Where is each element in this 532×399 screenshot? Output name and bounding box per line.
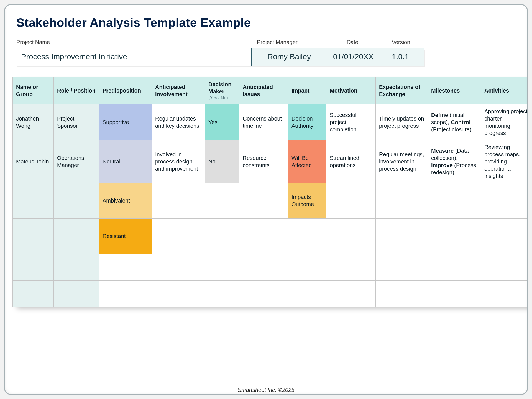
cell-milestones[interactable]: Measure (Data collection), Improve (Proc… xyxy=(428,140,481,183)
col-decision-maker: Decision Maker (Yes / No) xyxy=(205,77,239,104)
cell-milestones[interactable] xyxy=(428,254,481,280)
value-date[interactable]: 01/01/20XX xyxy=(327,48,377,66)
value-project-manager[interactable]: Romy Bailey xyxy=(252,48,327,66)
cell-activities[interactable] xyxy=(481,183,528,218)
cell-involvement[interactable] xyxy=(152,280,205,307)
cell-expectations[interactable] xyxy=(376,254,428,280)
cell-issues[interactable] xyxy=(239,254,288,280)
cell-issues[interactable]: Concerns about timeline xyxy=(239,104,288,140)
cell-role[interactable]: Project Sponsor xyxy=(54,104,99,140)
cell-motivation[interactable]: Successful project completion xyxy=(326,104,376,140)
page-title: Stakeholder Analysis Template Example xyxy=(16,16,527,30)
cell-expectations[interactable] xyxy=(376,183,428,218)
cell-role[interactable] xyxy=(54,218,99,254)
cell-role[interactable]: Operations Manager xyxy=(54,140,99,183)
cell-impact[interactable] xyxy=(288,280,326,307)
project-meta: Project Name Project Manager Date Versio… xyxy=(15,38,527,66)
cell-impact[interactable]: Will Be Affected xyxy=(288,140,326,183)
col-involvement: Anticipated Involvement xyxy=(152,77,205,104)
col-milestones: Milestones xyxy=(428,77,481,104)
cell-impact[interactable]: Impacts Outcome xyxy=(288,183,326,218)
cell-name[interactable]: Jonathon Wong xyxy=(13,104,54,140)
cell-issues[interactable] xyxy=(239,280,288,307)
cell-decision-maker[interactable]: No xyxy=(205,140,239,183)
cell-activities[interactable] xyxy=(481,218,528,254)
cell-expectations[interactable]: Timely updates on project progress xyxy=(376,104,428,140)
cell-involvement[interactable] xyxy=(152,183,205,218)
cell-decision-maker[interactable] xyxy=(205,280,239,307)
document-frame: Stakeholder Analysis Template Example Pr… xyxy=(4,4,528,395)
cell-issues[interactable] xyxy=(239,183,288,218)
cell-role[interactable] xyxy=(54,254,99,280)
col-issues: Anticipated Issues xyxy=(239,77,288,104)
cell-issues[interactable]: Resource constraints xyxy=(239,140,288,183)
footer-copyright: Smartsheet Inc. ©2025 xyxy=(5,387,527,393)
col-decision-maker-label: Decision Maker xyxy=(208,81,231,94)
cell-expectations[interactable] xyxy=(376,280,428,307)
cell-milestones[interactable] xyxy=(428,218,481,254)
value-version[interactable]: 1.0.1 xyxy=(377,48,424,66)
cell-milestones[interactable]: Define (Initial scope), Control (Project… xyxy=(428,104,481,140)
value-project-name[interactable]: Process Improvement Initiative xyxy=(15,48,252,66)
cell-role[interactable] xyxy=(54,280,99,307)
cell-motivation[interactable]: Streamlined operations xyxy=(326,140,376,183)
cell-predisposition[interactable] xyxy=(99,280,152,307)
cell-impact[interactable] xyxy=(288,254,326,280)
cell-impact[interactable] xyxy=(288,218,326,254)
table-row: AmbivalentImpacts Outcome xyxy=(13,183,528,218)
col-role: Role / Position xyxy=(54,77,99,104)
label-project-name: Project Name xyxy=(15,38,251,48)
cell-decision-maker[interactable] xyxy=(205,254,239,280)
cell-decision-maker[interactable]: Yes xyxy=(205,104,239,140)
col-impact: Impact xyxy=(288,77,326,104)
cell-expectations[interactable] xyxy=(376,218,428,254)
cell-expectations[interactable]: Regular meetings, involvement in process… xyxy=(376,140,428,183)
cell-name[interactable] xyxy=(13,183,54,218)
col-expectations: Expectations of Exchange xyxy=(376,77,428,104)
col-predisposition: Predisposition xyxy=(99,77,152,104)
col-activities: Activities xyxy=(481,77,528,104)
cell-involvement[interactable]: Involved in process design and improveme… xyxy=(152,140,205,183)
cell-motivation[interactable] xyxy=(326,183,376,218)
col-decision-maker-sub: (Yes / No) xyxy=(208,95,236,101)
stakeholder-table-wrapper: Name or Group Role / Position Predisposi… xyxy=(12,77,528,307)
cell-name[interactable] xyxy=(13,280,54,307)
stakeholder-table: Name or Group Role / Position Predisposi… xyxy=(12,77,528,307)
col-name: Name or Group xyxy=(13,77,54,104)
cell-activities[interactable] xyxy=(481,254,528,280)
cell-decision-maker[interactable] xyxy=(205,218,239,254)
table-row: Jonathon WongProject SponsorSupportiveRe… xyxy=(13,104,528,140)
cell-involvement[interactable] xyxy=(152,218,205,254)
cell-name[interactable] xyxy=(13,254,54,280)
cell-activities[interactable] xyxy=(481,280,528,307)
cell-predisposition[interactable]: Resistant xyxy=(99,218,152,254)
cell-involvement[interactable]: Regular updates and key decisions xyxy=(152,104,205,140)
cell-milestones[interactable] xyxy=(428,183,481,218)
cell-activities[interactable]: Reviewing process maps, providing operat… xyxy=(481,140,528,183)
cell-involvement[interactable] xyxy=(152,254,205,280)
cell-impact[interactable]: Decision Authority xyxy=(288,104,326,140)
cell-name[interactable] xyxy=(13,218,54,254)
cell-motivation[interactable] xyxy=(326,280,376,307)
cell-predisposition[interactable]: Supportive xyxy=(99,104,152,140)
cell-predisposition[interactable]: Neutral xyxy=(99,140,152,183)
cell-name[interactable]: Mateus Tobin xyxy=(13,140,54,183)
label-project-manager: Project Manager xyxy=(251,38,327,48)
cell-predisposition[interactable]: Ambivalent xyxy=(99,183,152,218)
cell-predisposition[interactable] xyxy=(99,254,152,280)
table-row xyxy=(13,280,528,307)
cell-activities[interactable]: Approving project charter, monitoring pr… xyxy=(481,104,528,140)
cell-motivation[interactable] xyxy=(326,218,376,254)
cell-milestones[interactable] xyxy=(428,280,481,307)
cell-motivation[interactable] xyxy=(326,254,376,280)
cell-issues[interactable] xyxy=(239,218,288,254)
col-motivation: Motivation xyxy=(326,77,376,104)
label-date: Date xyxy=(327,38,377,48)
label-version: Version xyxy=(377,38,424,48)
header-row: Name or Group Role / Position Predisposi… xyxy=(13,77,528,104)
table-row: Resistant xyxy=(13,218,528,254)
table-row: Mateus TobinOperations ManagerNeutralInv… xyxy=(13,140,528,183)
cell-role[interactable] xyxy=(54,183,99,218)
table-row xyxy=(13,254,528,280)
cell-decision-maker[interactable] xyxy=(205,183,239,218)
